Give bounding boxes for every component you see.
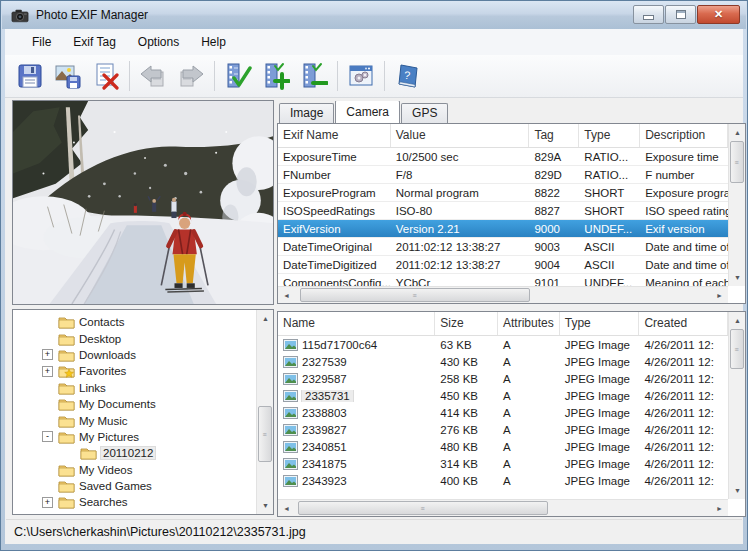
save-list-button[interactable]: [11, 57, 49, 95]
files-horizontal-scrollbar[interactable]: ◄ ≡ ►: [278, 499, 728, 516]
table-row[interactable]: 2327539430 KBAJPEG Image4/26/2011 12:: [278, 353, 728, 370]
tree-item-my-videos[interactable]: +My Videos: [13, 462, 256, 478]
tree-item-searches[interactable]: +Searches: [13, 494, 256, 510]
menu-item-help[interactable]: Help: [190, 32, 237, 52]
table-row[interactable]: DateTimeDigitized2011:02:12 13:38:279004…: [278, 256, 728, 274]
menu-item-file[interactable]: File: [21, 32, 62, 52]
tree-item-20110212[interactable]: +20110212: [13, 445, 256, 461]
files-hscroll-thumb[interactable]: ≡: [298, 501, 548, 515]
tree-item-label: My Music: [79, 415, 128, 427]
tree-item-saved-games[interactable]: +Saved Games: [13, 478, 256, 494]
table-row[interactable]: 2329587258 KBAJPEG Image4/26/2011 12:: [278, 370, 728, 387]
table-row[interactable]: ExposureProgramNormal program8822SHORTEx…: [278, 184, 728, 202]
tree-item-label: Links: [79, 382, 106, 394]
scroll-left-icon[interactable]: ◄: [278, 500, 295, 517]
scroll-left-icon[interactable]: ◄: [278, 287, 295, 304]
scroll-down-icon[interactable]: ▼: [729, 269, 746, 286]
column-header[interactable]: Exif Name: [278, 124, 391, 147]
previous-image-button[interactable]: [134, 57, 172, 95]
exif-vscroll-thumb[interactable]: ≡: [730, 141, 744, 183]
tree-item-label: Searches: [79, 496, 128, 508]
tree-item-links[interactable]: +Links: [13, 380, 256, 396]
column-header[interactable]: Type: [560, 312, 640, 335]
tree-item-favorites[interactable]: +Favorites: [13, 363, 256, 379]
file-cell-size: 450 KB: [435, 390, 498, 402]
tree-item-my-music[interactable]: +My Music: [13, 412, 256, 428]
table-row[interactable]: 2339827276 KBAJPEG Image4/26/2011 12:: [278, 421, 728, 438]
table-row[interactable]: ExposureTime10/2500 sec829ARATIO...Expos…: [278, 148, 728, 166]
file-name: 2327539: [302, 356, 347, 368]
exif-hscroll-thumb[interactable]: ≡: [300, 288, 530, 302]
expand-plus-icon[interactable]: +: [42, 349, 53, 360]
expand-plus-icon[interactable]: +: [42, 497, 53, 508]
client-area: File Exif Tag Options Help: [5, 29, 743, 544]
remove-tag-button[interactable]: [295, 57, 333, 95]
scroll-up-icon[interactable]: ▲: [729, 312, 746, 329]
film-remove-icon: [300, 62, 328, 90]
collapse-minus-icon[interactable]: -: [42, 431, 53, 442]
table-row[interactable]: 2335731450 KBAJPEG Image4/26/2011 12:: [278, 387, 728, 404]
exif-cell-value: F/8: [391, 169, 530, 181]
column-header[interactable]: Name: [278, 312, 435, 335]
tab-image[interactable]: Image: [279, 103, 334, 123]
next-image-button[interactable]: [172, 57, 210, 95]
files-vscroll-thumb[interactable]: ≡: [730, 329, 744, 369]
table-row[interactable]: 115d71700c6463 KBAJPEG Image4/26/2011 12…: [278, 336, 728, 353]
column-header[interactable]: Attributes: [498, 312, 560, 335]
table-row[interactable]: ISOSpeedRatingsISO-808827SHORTISO speed …: [278, 202, 728, 220]
table-row[interactable]: FNumberF/8829DRATIO...F number: [278, 166, 728, 184]
downloads-folder-icon: [58, 348, 75, 362]
scroll-up-icon[interactable]: ▲: [729, 124, 746, 141]
exif-horizontal-scrollbar[interactable]: ◄ ≡ ►: [278, 286, 728, 303]
scroll-down-icon[interactable]: ▼: [257, 497, 274, 514]
help-button[interactable]: ?: [389, 57, 427, 95]
column-header[interactable]: Description: [640, 124, 728, 147]
table-row[interactable]: 2341875314 KBAJPEG Image4/26/2011 12:: [278, 455, 728, 472]
tree-vscroll-thumb[interactable]: ≡: [258, 406, 272, 462]
exif-cell-type: RATIO...: [579, 169, 640, 181]
tree-item-my-pictures[interactable]: -My Pictures: [13, 429, 256, 445]
column-header[interactable]: Value: [391, 124, 530, 147]
title-bar[interactable]: Photo EXIF Manager ✕: [2, 1, 746, 29]
menu-item-exif-tag[interactable]: Exif Tag: [62, 32, 126, 52]
image-file-icon: [283, 407, 298, 419]
scroll-right-icon[interactable]: ►: [711, 287, 728, 304]
files-vertical-scrollbar[interactable]: ▲ ≡ ▼: [728, 312, 745, 499]
table-row[interactable]: 2340851480 KBAJPEG Image4/26/2011 12:: [278, 438, 728, 455]
tree-item-downloads[interactable]: +Downloads: [13, 347, 256, 363]
tree-vertical-scrollbar[interactable]: ▲ ≡ ▼: [256, 310, 273, 514]
scroll-down-icon[interactable]: ▼: [729, 482, 746, 499]
column-header[interactable]: Size: [435, 312, 498, 335]
exif-vertical-scrollbar[interactable]: ▲ ≡ ▼: [728, 124, 745, 286]
table-row[interactable]: DateTimeOriginal2011:02:12 13:38:279003A…: [278, 238, 728, 256]
add-tag-button[interactable]: [257, 57, 295, 95]
column-header[interactable]: Type: [579, 124, 640, 147]
table-row[interactable]: ExifVersionVersion 2.219000UNDEF...Exif …: [278, 220, 728, 238]
file-cell-name: 2335731: [278, 390, 435, 402]
table-row[interactable]: 2338803414 KBAJPEG Image4/26/2011 12:: [278, 404, 728, 421]
scroll-right-icon[interactable]: ►: [711, 500, 728, 517]
maximize-button[interactable]: [665, 5, 696, 24]
table-row[interactable]: 2343923400 KBAJPEG Image4/26/2011 12:: [278, 472, 728, 489]
file-cell-name: 2338803: [278, 407, 435, 419]
column-header[interactable]: Tag: [529, 124, 579, 147]
tree-item-contacts[interactable]: +Contacts: [13, 314, 256, 330]
delete-list-button[interactable]: [87, 57, 125, 95]
tree-item-my-documents[interactable]: +My Documents: [13, 396, 256, 412]
menu-item-options[interactable]: Options: [127, 32, 190, 52]
column-header[interactable]: Created: [639, 312, 728, 335]
save-image-button[interactable]: [49, 57, 87, 95]
minimize-button[interactable]: [633, 5, 664, 24]
tab-gps[interactable]: GPS: [401, 103, 448, 123]
games-folder-icon: [58, 479, 75, 493]
expand-plus-icon[interactable]: +: [42, 366, 53, 377]
tree-item-desktop[interactable]: +Desktop: [13, 330, 256, 346]
tree-item-label: Saved Games: [79, 480, 152, 492]
verify-tags-button[interactable]: [219, 57, 257, 95]
exif-cell-tag: 829D: [529, 169, 579, 181]
options-button[interactable]: [342, 57, 380, 95]
image-file-icon: [283, 475, 298, 487]
tab-camera[interactable]: Camera: [335, 101, 400, 123]
scroll-up-icon[interactable]: ▲: [257, 310, 274, 327]
close-button[interactable]: ✕: [697, 5, 740, 24]
